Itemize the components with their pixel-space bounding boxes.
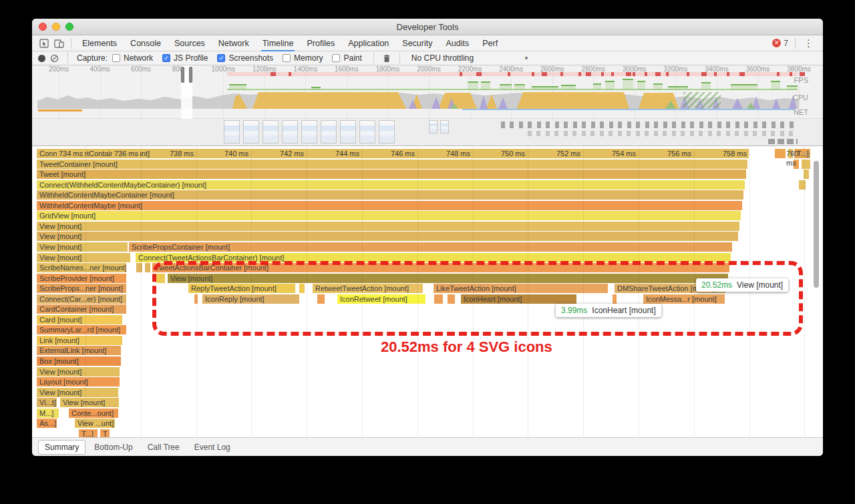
- flame-chart[interactable]: 734 ms736 ms738 ms740 ms742 ms744 ms746 …: [32, 146, 823, 437]
- flame-row: View [mount]ScribePropsContainer [mount]: [32, 242, 823, 252]
- flame-bar[interactable]: View [mount]: [37, 222, 739, 231]
- flame-bar[interactable]: ExternalLink [mount]: [37, 346, 121, 355]
- clear-icon[interactable]: [50, 54, 59, 63]
- tab-sources[interactable]: Sources: [168, 35, 212, 51]
- flame-ruler-label: 734 ms: [57, 149, 85, 158]
- flame-bar[interactable]: View [mount]: [37, 388, 118, 397]
- tab-audits[interactable]: Audits: [439, 35, 476, 51]
- flame-bar[interactable]: View ...unt]: [75, 419, 115, 428]
- flame-bar[interactable]: Vi...t]: [37, 398, 57, 407]
- micro-thumbnails: [501, 121, 798, 128]
- capture-checkbox-screenshots[interactable]: ✓Screenshots: [217, 53, 273, 63]
- flame-bar[interactable]: Tweet [mount]: [37, 170, 746, 179]
- flame-bar[interactable]: Box [mount]: [37, 356, 121, 366]
- tab-profiles[interactable]: Profiles: [300, 35, 341, 51]
- trash-icon[interactable]: [383, 54, 391, 63]
- tab-security[interactable]: Security: [395, 35, 439, 51]
- overview-pane[interactable]: 200ms400ms600ms800ms1000ms1200ms1400ms16…: [32, 65, 823, 146]
- bottom-tab-summary[interactable]: Summary: [38, 440, 86, 455]
- capture-checkbox-js-profile[interactable]: ✓JS Profile: [162, 53, 208, 63]
- flame-row: Box [mount]: [32, 356, 823, 366]
- flame-ruler-label: 748 ms: [444, 149, 472, 158]
- long-task-mark: [476, 72, 482, 76]
- screenshot-thumbnail[interactable]: [224, 120, 240, 144]
- tab-application[interactable]: Application: [341, 35, 395, 51]
- divider: [373, 53, 374, 63]
- flame-bar[interactable]: ScribeProps...ner [mount]: [37, 284, 126, 293]
- flame-bar[interactable]: SummaryLar...rd [mount]: [37, 325, 126, 334]
- minimize-button[interactable]: [52, 23, 60, 31]
- device-toolbar-icon[interactable]: [52, 37, 65, 49]
- long-task-mark: [626, 72, 631, 76]
- bottom-tab-call-tree[interactable]: Call Tree: [142, 441, 186, 454]
- console-error-badge[interactable]: ✕ 7: [772, 39, 788, 48]
- flame-bar[interactable]: As...]: [37, 419, 57, 428]
- kebab-menu-icon[interactable]: ⋮: [800, 37, 818, 49]
- flame-bar[interactable]: WithheldContentMaybeContainer [mount]: [37, 190, 743, 200]
- screenshot-thumbnail[interactable]: [243, 120, 259, 144]
- flame-row: Tweet [mount]: [32, 170, 823, 179]
- capture-checkbox-paint[interactable]: Paint: [332, 53, 361, 63]
- flame-bar[interactable]: View [mount]: [37, 367, 120, 376]
- cpu-hatched-region: [683, 92, 721, 108]
- screenshot-thumbnail[interactable]: [379, 120, 395, 144]
- screenshot-thumbnail[interactable]: [282, 120, 298, 144]
- tab-console[interactable]: Console: [124, 35, 168, 51]
- flame-bar-small[interactable]: [802, 160, 810, 169]
- flame-bar[interactable]: ScribeNames...ner [mount]: [37, 263, 126, 272]
- flame-bar[interactable]: Connect(Car...er) [mount]: [37, 294, 126, 304]
- flame-row: WithheldContentMaybeContainer [mount]: [32, 190, 823, 200]
- error-count: 7: [784, 39, 788, 48]
- capture-checkbox-network[interactable]: Network: [112, 53, 153, 63]
- flame-bar[interactable]: WithheldContentMaybe [mount]: [37, 201, 742, 210]
- screenshot-thumbnail[interactable]: [429, 120, 438, 134]
- screenshot-thumbnail[interactable]: [263, 120, 279, 144]
- screenshot-thumbnail[interactable]: [440, 120, 449, 134]
- flame-bar[interactable]: T...]: [79, 429, 98, 437]
- record-button[interactable]: [38, 55, 45, 62]
- bottom-tab-event-log[interactable]: Event Log: [188, 441, 236, 454]
- screenshot-thumbnail[interactable]: [359, 120, 375, 144]
- vertical-scrollbar-thumb[interactable]: [814, 161, 819, 288]
- flame-bar[interactable]: CardContainer [mount]: [37, 304, 126, 314]
- flame-ruler-label: 758 ms: [721, 149, 749, 158]
- tab-network[interactable]: Network: [212, 35, 256, 51]
- flame-bar[interactable]: Conte...ount]: [69, 409, 118, 418]
- tab-elements[interactable]: Elements: [75, 35, 124, 51]
- flame-bar[interactable]: Card [mount]: [37, 315, 122, 324]
- flame-row: View [mount]: [32, 222, 823, 231]
- selection-handle-right[interactable]: [189, 67, 192, 83]
- checkbox-label: Network: [124, 53, 153, 63]
- fps-bar: [623, 79, 633, 90]
- flame-bar[interactable]: TweetContainer [mount]: [37, 160, 747, 169]
- checkbox-label: Paint: [343, 53, 361, 63]
- flame-bar[interactable]: ScribePropsContainer [mount]: [129, 242, 732, 252]
- flame-bar[interactable]: ScribeProvider [mount]: [37, 274, 126, 283]
- capture-checkbox-memory[interactable]: Memory: [283, 53, 323, 63]
- screenshot-thumbnail[interactable]: [321, 120, 337, 144]
- flame-bar-small[interactable]: [145, 263, 150, 272]
- flame-bar[interactable]: Link [mount]: [37, 336, 122, 345]
- flame-bar[interactable]: Layout [mount]: [37, 377, 120, 387]
- flame-bar[interactable]: T: [100, 429, 110, 437]
- dropdown-arrow-icon: ▼: [524, 55, 529, 61]
- cpu-throttling-select[interactable]: No CPU throttling ▼: [411, 53, 529, 63]
- flame-ruler-label: 742 ms: [278, 149, 306, 158]
- inspect-element-icon[interactable]: [37, 37, 51, 49]
- flame-bar[interactable]: View [mount]: [60, 398, 119, 407]
- zoom-button[interactable]: [65, 23, 73, 31]
- close-button[interactable]: [39, 23, 47, 31]
- tab-timeline[interactable]: Timeline: [256, 35, 301, 51]
- flame-bar[interactable]: GridView [mount]: [37, 211, 741, 220]
- bottom-tab-bottom-up[interactable]: Bottom-Up: [88, 441, 138, 454]
- tab-perf[interactable]: Perf: [476, 35, 504, 51]
- screenshot-thumbnail[interactable]: [301, 120, 317, 144]
- flame-bar[interactable]: M...]: [37, 409, 59, 418]
- annotation-text: 20.52ms for 4 SVG icons: [381, 338, 552, 356]
- selection-handle-left[interactable]: [181, 67, 184, 83]
- screenshot-thumbnail[interactable]: [340, 120, 356, 144]
- flame-ruler-label: 746 ms: [389, 149, 417, 158]
- flame-bar[interactable]: View [mount]: [37, 232, 738, 241]
- flame-bar[interactable]: View [mount]: [37, 253, 130, 262]
- flame-bar[interactable]: View [mount]: [37, 242, 128, 252]
